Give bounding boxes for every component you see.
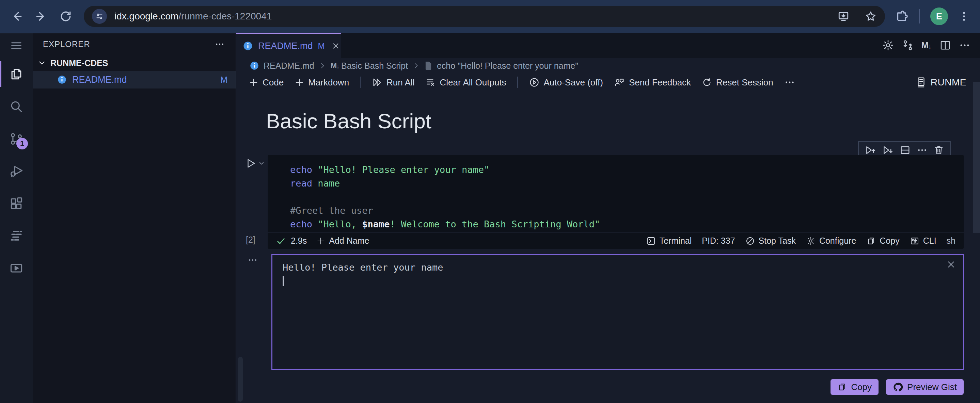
sidebar-item-run-debug[interactable] — [0, 155, 33, 187]
chevron-right-icon — [412, 62, 420, 70]
copy-button[interactable]: Copy — [830, 379, 878, 395]
site-settings-icon[interactable] — [92, 9, 107, 24]
info-icon — [250, 61, 259, 70]
terminal-button[interactable]: Terminal — [646, 236, 692, 246]
notebook-toolbar: Code Markdown Run All Clear All Outputs — [236, 73, 980, 91]
cell-file-icon — [424, 61, 433, 70]
file-row-readme[interactable]: README.md M — [33, 71, 235, 89]
add-markdown-button[interactable]: Markdown — [294, 77, 349, 88]
auto-save-toggle[interactable]: Auto-Save (off) — [529, 77, 603, 88]
install-app-icon[interactable] — [837, 10, 850, 22]
execution-count: [2] — [246, 235, 255, 245]
reset-session-button[interactable]: Reset Session — [702, 77, 773, 88]
notebook-title: Basic Bash Script — [266, 109, 980, 133]
add-code-button[interactable]: Code — [249, 77, 284, 88]
send-feedback-button[interactable]: Send Feedback — [614, 77, 691, 88]
info-icon — [57, 75, 67, 84]
pid-label: PID: 337 — [702, 236, 735, 246]
menu-hamburger-icon[interactable] — [0, 33, 33, 58]
tab-readme[interactable]: README.md M — [236, 33, 341, 58]
reload-icon[interactable] — [59, 10, 72, 23]
cell-language-label: sh — [947, 236, 956, 246]
breadcrumb-leaf[interactable]: echo "Hello! Please enter your name" — [437, 61, 578, 71]
breadcrumb-section[interactable]: Basic Bash Script — [341, 61, 408, 71]
terminal-output-panel[interactable]: Hello! Please enter your name — [271, 254, 964, 370]
run-cell-button[interactable] — [245, 158, 265, 169]
clear-all-outputs-button[interactable]: Clear All Outputs — [425, 77, 506, 88]
address-bar[interactable]: idx.google.com/runme-cdes-1220041 — [84, 6, 885, 27]
delete-cell-icon[interactable] — [933, 144, 944, 155]
editor-scrollbar[interactable] — [973, 82, 980, 233]
preview-gist-button[interactable]: Preview Gist — [886, 379, 964, 395]
pane-scrollbar[interactable] — [238, 357, 243, 401]
gear-icon[interactable] — [882, 39, 894, 51]
tab-close-icon[interactable] — [331, 41, 340, 50]
explorer-header: EXPLORER — [33, 33, 235, 55]
markdown-preview-icon[interactable]: M↓ — [921, 41, 932, 50]
cell-status-right: Terminal PID: 337 Stop Task Configure — [646, 236, 956, 246]
profile-avatar[interactable]: E — [930, 8, 948, 25]
reset-icon — [702, 77, 712, 87]
code-cell: [2] echo "Hello! Please enter your name"… — [268, 155, 964, 249]
explorer-more-icon[interactable] — [215, 39, 225, 49]
plus-icon — [317, 236, 325, 245]
play-icon — [245, 158, 257, 169]
tab-label: README.md — [258, 41, 313, 51]
sidebar-item-run-panel[interactable] — [0, 252, 33, 284]
sidebar-item-extensions[interactable] — [0, 187, 33, 219]
plus-icon — [249, 78, 258, 87]
cell-editor[interactable]: echo "Hello! Please enter your name"read… — [268, 155, 964, 232]
terminal-icon — [646, 236, 656, 246]
back-icon[interactable] — [10, 10, 23, 23]
chevron-down-icon — [37, 59, 46, 67]
run-all-button[interactable]: Run All — [372, 77, 414, 88]
cell-duration: 2.9s — [291, 236, 307, 246]
add-name-button[interactable]: Add Name — [317, 236, 369, 246]
toolbar-more-icon[interactable] — [784, 77, 795, 88]
url-path: /runme-cdes-1220041 — [178, 11, 272, 21]
scm-changes-badge: 1 — [16, 138, 28, 149]
close-output-icon[interactable] — [946, 259, 956, 270]
forward-icon[interactable] — [35, 10, 48, 23]
execute-below-icon[interactable] — [882, 144, 894, 156]
notebook-content: Basic Bash Script — [236, 91, 980, 403]
browser-chrome: idx.google.com/runme-cdes-1220041 E — [0, 0, 980, 33]
url-text[interactable]: idx.google.com/runme-cdes-1220041 — [115, 11, 272, 22]
terminal-output-text: Hello! Please enter your name — [283, 261, 943, 274]
code-line — [290, 190, 964, 204]
code-line: #Greet the user — [290, 204, 964, 217]
sidebar-item-explorer[interactable] — [0, 58, 33, 90]
output-more-icon[interactable] — [248, 255, 258, 265]
sidebar-item-source-control[interactable]: 1 — [0, 122, 33, 155]
debug-icon — [9, 164, 24, 179]
markdown-section-icon: M↓ — [331, 62, 339, 70]
browser-menu-icon[interactable] — [958, 11, 970, 22]
session-sync-icon[interactable] — [902, 39, 914, 51]
run-options-chevron-icon[interactable] — [258, 160, 265, 167]
copy-icon — [837, 382, 847, 392]
sidebar-item-search[interactable] — [0, 90, 33, 122]
configure-button[interactable]: Configure — [806, 236, 856, 246]
breadcrumb-file[interactable]: README.md — [264, 61, 314, 71]
workspace-folder-row[interactable]: RUNME-CDES — [33, 55, 235, 71]
extensions-puzzle-icon[interactable] — [895, 10, 909, 23]
tab-bar: README.md M M↓ — [236, 33, 980, 58]
search-icon — [9, 99, 24, 114]
workbench: 1 — [0, 33, 980, 403]
execute-above-icon[interactable] — [865, 144, 876, 156]
explorer-title: EXPLORER — [43, 40, 90, 49]
sidebar-item-runme-notebooks[interactable] — [0, 219, 33, 252]
bookmark-star-icon[interactable] — [865, 10, 877, 22]
cell-more-icon[interactable] — [917, 144, 928, 155]
split-editor-icon[interactable] — [939, 39, 951, 51]
breadcrumb: README.md M↓ Basic Bash Script echo "Hel… — [236, 58, 980, 73]
copy-cell-button[interactable]: Copy — [866, 236, 899, 246]
cli-button[interactable]: CLI — [910, 236, 936, 246]
gear-icon — [806, 236, 816, 246]
stop-task-button[interactable]: Stop Task — [745, 236, 796, 246]
split-cell-icon[interactable] — [899, 144, 911, 156]
editor-more-icon[interactable] — [959, 40, 970, 51]
runme-brand: RUNME — [916, 76, 966, 88]
url-host: idx.google.com — [115, 11, 178, 21]
info-icon — [243, 41, 253, 51]
